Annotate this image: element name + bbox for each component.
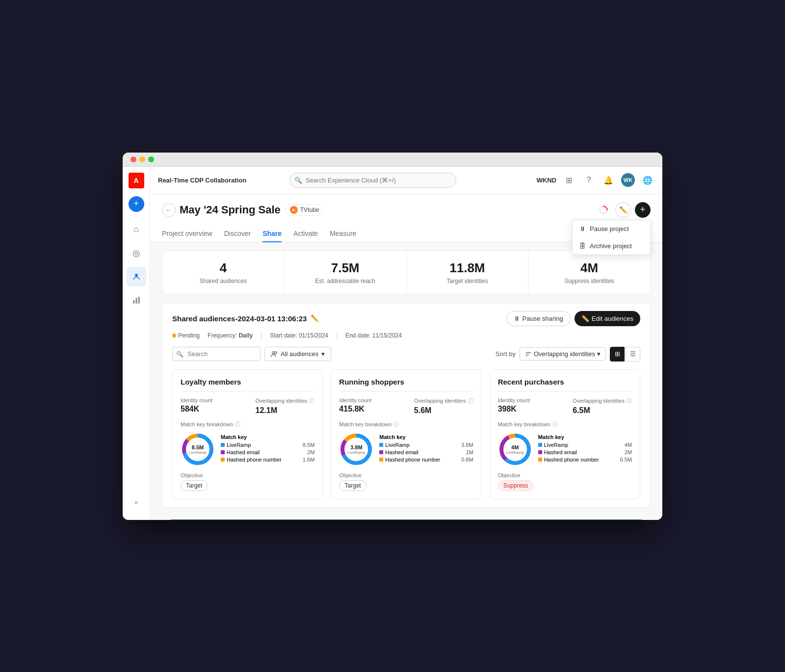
sort-select[interactable]: Overlapping identities ▾ [520,347,606,361]
page-title: May '24 Spring Sale [180,204,281,216]
share-title-text: Shared audiences-2024-03-01 13:06:23 [172,314,307,323]
donut-value: 3.8M [347,444,365,450]
donut-sub: LiveRamp [189,450,207,454]
audience-search-input[interactable] [172,347,261,361]
pause-project-item[interactable]: ⏸ Pause project [573,220,650,237]
sort-label: Sort by [496,350,516,358]
nav-chart-icon[interactable] [127,290,146,310]
all-audiences-label: All audiences [281,350,318,358]
donut-chart: 4M LiveRamp [498,432,532,466]
end-date-label: End date: 11/15/2024 [345,332,402,339]
match-legend: Match key LiveRamp 8.5M Hashed email 2M … [221,434,314,464]
nav-home-icon[interactable]: ⌂ [127,220,146,239]
match-info-icon: ⓘ [235,421,240,428]
legend-item: Hashed phone number 1.6M [221,457,314,463]
all-audiences-filter[interactable]: All audiences ▾ [264,347,331,361]
bell-icon[interactable]: 🔔 [602,173,615,187]
avatar[interactable]: WK [621,173,635,187]
grid-view-button[interactable]: ⊞ [610,347,625,362]
archive-project-item[interactable]: 🗄 Archive project [573,237,650,255]
sort-value: Overlapping identities [534,350,595,358]
help-icon[interactable]: ? [582,173,596,187]
legend-item: LiveRamp 3.8M [379,442,473,448]
tab-activate[interactable]: Activate [293,226,318,242]
status-pill: Pending [172,332,200,339]
info-icon: ⓘ [309,397,314,405]
list-view-button[interactable]: ☰ [626,347,640,362]
stat-label-shared: Shared audiences [172,278,274,284]
legend-item: Hashed phone number 0.8M [379,457,473,463]
nav-person-icon[interactable] [127,267,146,286]
objective-label: Objective [181,472,314,478]
info-icon: ⓘ [468,397,473,405]
share-actions: ⏸ Pause sharing ✏️ Edit audiences [506,311,640,326]
pause-project-label: Pause project [590,225,629,233]
card-title: Loyalty members [181,378,314,391]
top-header: Real-Time CDP Collaboration 🔍 WKND ⊞ ? 🔔… [150,167,662,194]
stat-target-identities: 11.8M Target identities [407,251,529,294]
objective-tag: Suppress [498,480,534,491]
audience-card: Recent purchasers Identity count 398K Ov… [490,369,640,499]
pause-sharing-button[interactable]: ⏸ Pause sharing [506,311,571,326]
back-button[interactable]: ← [162,203,176,217]
separator1: | [261,332,262,339]
add-button[interactable]: + [129,196,144,212]
stat-suppress-identities: 4M Suppress identities [528,251,650,294]
end-date-value: 11/15/2024 [372,332,402,339]
tab-project-overview[interactable]: Project overview [162,226,212,242]
svg-rect-1 [133,300,134,304]
stat-value-target: 11.8M [417,260,519,276]
match-legend: Match key LiveRamp 4M Hashed email 2M Ha… [538,434,632,464]
partner-badge: ▶ TVtube [286,204,324,216]
overlapping-value: 12.1M [256,406,315,415]
edit-audiences-icon: ✏️ [581,315,589,322]
identity-count-label: Identity count [181,397,212,403]
frequency-label: Frequency: Daily [208,332,253,339]
match-label: Match key breakdown ⓘ [339,421,473,428]
toast-notification: ✓ Audiences shared with your collaborato… [162,519,651,520]
match-content: 3.8M LiveRamp Match key LiveRamp 3.8M Ha… [339,432,473,466]
nav-globe-icon[interactable]: ◎ [127,243,146,263]
edit-icon-btn[interactable]: ✏️ [615,202,631,218]
grid-icon[interactable]: ⊞ [562,173,576,187]
tab-discover[interactable]: Discover [224,226,251,242]
globe-lang-icon[interactable]: 🌐 [641,173,654,187]
search-bar: 🔍 [289,173,456,188]
more-options-button[interactable]: + [635,202,651,218]
match-breakdown: Match key breakdown ⓘ 8.5M LiveRamp Matc… [181,421,314,466]
match-info-icon: ⓘ [552,421,558,428]
match-breakdown: Match key breakdown ⓘ 3.8M LiveRamp Matc… [339,421,473,466]
browser-dots [131,156,154,162]
frequency-value: Daily [238,332,253,339]
donut-center: 4M LiveRamp [506,444,524,454]
share-edit-icon[interactable]: ✏️ [311,314,319,322]
overlapping-label: Overlapping identities ⓘ [573,397,632,405]
expand-sidebar-button[interactable]: » [127,496,146,508]
match-key-header: Match key [379,434,473,440]
audiences-chevron: ▾ [321,350,325,358]
card-title: Running shoppers [339,378,473,391]
donut-value: 8.5M [189,444,207,450]
svg-point-0 [135,274,138,277]
search-input[interactable] [289,173,456,188]
donut-value: 4M [506,444,524,450]
card-metrics: Identity count 415.8K Overlapping identi… [339,397,473,415]
archive-icon: 🗄 [579,242,586,250]
identity-count-label: Identity count [339,397,371,403]
match-content: 4M LiveRamp Match key LiveRamp 4M Hashed… [498,432,632,466]
objective-tag: Target [181,480,208,491]
audiences-grid: Loyalty members Identity count 584K Over… [172,369,640,499]
tab-share[interactable]: Share [262,226,282,242]
identity-count-value: 398K [498,405,530,414]
header-right: WKND ⊞ ? 🔔 WK 🌐 [537,173,654,187]
header-actions: ✏️ + [596,202,651,218]
stat-value-suppress: 4M [538,260,640,276]
audience-search-icon: 🔍 [176,351,183,358]
svg-rect-3 [138,297,139,304]
content-header: ← May '24 Spring Sale ▶ TVtube [150,194,662,242]
edit-audiences-button[interactable]: ✏️ Edit audiences [575,311,640,326]
tab-measure[interactable]: Measure [330,226,356,242]
match-info-icon: ⓘ [393,421,399,428]
card-metrics: Identity count 398K Overlapping identiti… [498,397,632,415]
audience-search-wrap: 🔍 [172,347,261,361]
